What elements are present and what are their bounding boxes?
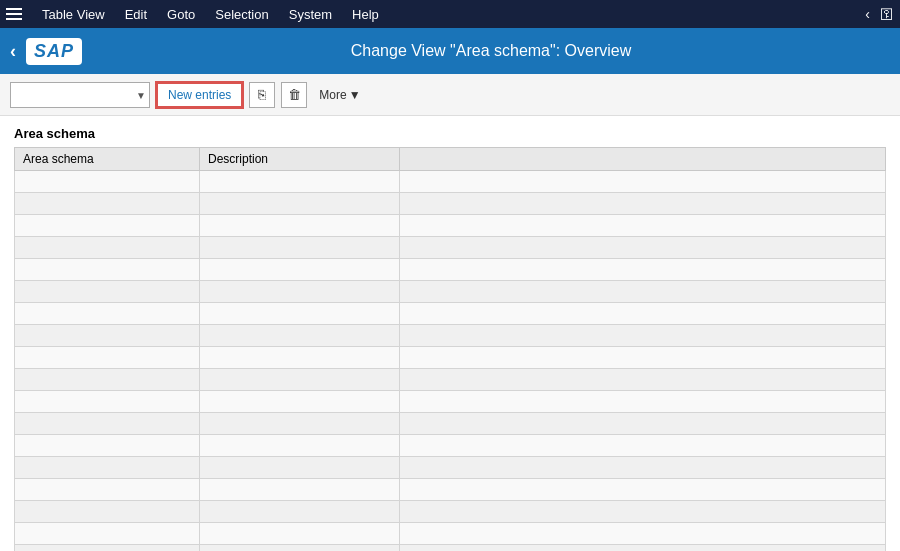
cell-description bbox=[200, 171, 400, 193]
cell-area-schema bbox=[15, 413, 200, 435]
delete-icon: 🗑 bbox=[288, 87, 301, 102]
cell-description bbox=[200, 413, 400, 435]
cell-description bbox=[200, 215, 400, 237]
cell-description bbox=[200, 303, 400, 325]
table-row[interactable] bbox=[15, 325, 886, 347]
cell-extra bbox=[400, 193, 886, 215]
cell-description bbox=[200, 479, 400, 501]
menu-selection[interactable]: Selection bbox=[207, 5, 276, 24]
cell-area-schema bbox=[15, 193, 200, 215]
table-row[interactable] bbox=[15, 281, 886, 303]
page-title: Change View "Area schema": Overview bbox=[92, 42, 890, 60]
cell-extra bbox=[400, 369, 886, 391]
cell-area-schema bbox=[15, 303, 200, 325]
cell-area-schema bbox=[15, 523, 200, 545]
table-row[interactable] bbox=[15, 259, 886, 281]
sap-logo-text: SAP bbox=[34, 41, 74, 62]
cell-area-schema bbox=[15, 347, 200, 369]
table-row[interactable] bbox=[15, 347, 886, 369]
cell-description bbox=[200, 193, 400, 215]
menu-help[interactable]: Help bbox=[344, 5, 387, 24]
table-row[interactable] bbox=[15, 435, 886, 457]
cell-description bbox=[200, 545, 400, 552]
data-table: Area schema Description bbox=[14, 147, 886, 551]
cell-extra bbox=[400, 303, 886, 325]
cell-area-schema bbox=[15, 171, 200, 193]
cell-area-schema bbox=[15, 281, 200, 303]
cell-extra bbox=[400, 435, 886, 457]
table-row[interactable] bbox=[15, 193, 886, 215]
table-row[interactable] bbox=[15, 413, 886, 435]
cell-area-schema bbox=[15, 545, 200, 552]
table-row[interactable] bbox=[15, 479, 886, 501]
cell-description bbox=[200, 237, 400, 259]
table-row[interactable] bbox=[15, 303, 886, 325]
cell-description bbox=[200, 435, 400, 457]
table-row[interactable] bbox=[15, 501, 886, 523]
cell-area-schema bbox=[15, 457, 200, 479]
cell-area-schema bbox=[15, 391, 200, 413]
cell-extra bbox=[400, 259, 886, 281]
cell-area-schema bbox=[15, 259, 200, 281]
cell-extra bbox=[400, 281, 886, 303]
table-row[interactable] bbox=[15, 369, 886, 391]
cell-extra bbox=[400, 545, 886, 552]
select-wrapper: ▼ bbox=[10, 82, 150, 108]
more-button[interactable]: More ▼ bbox=[313, 86, 366, 104]
cell-description bbox=[200, 259, 400, 281]
cell-extra bbox=[400, 501, 886, 523]
copy-icon: ⎘ bbox=[258, 87, 266, 102]
cell-extra bbox=[400, 523, 886, 545]
cell-description bbox=[200, 325, 400, 347]
sap-logo: SAP bbox=[26, 38, 82, 65]
menu-goto[interactable]: Goto bbox=[159, 5, 203, 24]
table-row[interactable] bbox=[15, 171, 886, 193]
delete-button[interactable]: 🗑 bbox=[281, 82, 307, 108]
cell-area-schema bbox=[15, 215, 200, 237]
col-header-description: Description bbox=[200, 148, 400, 171]
more-chevron-icon: ▼ bbox=[349, 88, 361, 102]
cell-extra bbox=[400, 457, 886, 479]
menu-tableview[interactable]: Table View bbox=[34, 5, 113, 24]
hamburger-menu[interactable] bbox=[6, 4, 26, 24]
toolbar: ▼ New entries ⎘ 🗑 More ▼ bbox=[0, 74, 900, 116]
more-label: More bbox=[319, 88, 346, 102]
table-row[interactable] bbox=[15, 215, 886, 237]
cell-description bbox=[200, 281, 400, 303]
cell-description bbox=[200, 501, 400, 523]
col-header-empty bbox=[400, 148, 886, 171]
cell-area-schema bbox=[15, 369, 200, 391]
new-entries-button[interactable]: New entries bbox=[156, 82, 243, 108]
cell-extra bbox=[400, 215, 886, 237]
menu-edit[interactable]: Edit bbox=[117, 5, 155, 24]
back-button[interactable]: ‹ bbox=[10, 41, 16, 62]
settings-icon[interactable]: ⚿ bbox=[880, 6, 894, 22]
cell-extra bbox=[400, 237, 886, 259]
cell-extra bbox=[400, 479, 886, 501]
content-area: Area schema Area schema Description bbox=[0, 116, 900, 551]
table-row[interactable] bbox=[15, 457, 886, 479]
menu-system[interactable]: System bbox=[281, 5, 340, 24]
cell-area-schema bbox=[15, 479, 200, 501]
cell-extra bbox=[400, 171, 886, 193]
toolbar-select[interactable] bbox=[10, 82, 150, 108]
cell-area-schema bbox=[15, 501, 200, 523]
col-header-area-schema: Area schema bbox=[15, 148, 200, 171]
cell-extra bbox=[400, 391, 886, 413]
table-row[interactable] bbox=[15, 391, 886, 413]
copy-button[interactable]: ⎘ bbox=[249, 82, 275, 108]
cell-extra bbox=[400, 413, 886, 435]
cell-description bbox=[200, 347, 400, 369]
cell-extra bbox=[400, 325, 886, 347]
table-row[interactable] bbox=[15, 523, 886, 545]
nav-back-icon[interactable]: ‹ bbox=[861, 4, 874, 24]
cell-description bbox=[200, 369, 400, 391]
section-title: Area schema bbox=[14, 126, 886, 141]
cell-description bbox=[200, 457, 400, 479]
table-row[interactable] bbox=[15, 237, 886, 259]
cell-area-schema bbox=[15, 325, 200, 347]
table-header-row: Area schema Description bbox=[15, 148, 886, 171]
cell-area-schema bbox=[15, 237, 200, 259]
menubar: Table View Edit Goto Selection System He… bbox=[0, 0, 900, 28]
table-row[interactable] bbox=[15, 545, 886, 552]
